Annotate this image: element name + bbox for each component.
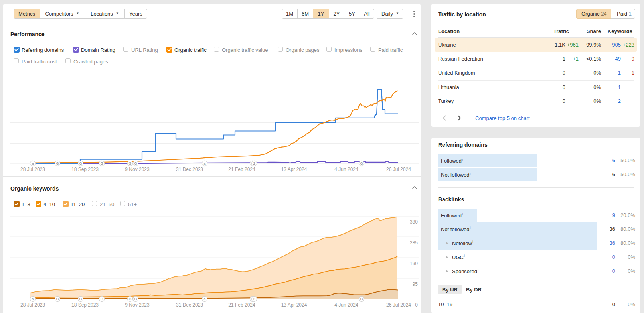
- svg-text:4 Jun 2024: 4 Jun 2024: [334, 167, 358, 172]
- svg-text:21 Feb 2024: 21 Feb 2024: [228, 167, 255, 172]
- svg-text:190: 190: [410, 261, 418, 266]
- svg-text:G: G: [134, 161, 137, 165]
- svg-text:31 Dec 2023: 31 Dec 2023: [176, 302, 203, 308]
- svg-text:18 Sep 2023: 18 Sep 2023: [71, 302, 99, 308]
- svg-text:G: G: [360, 297, 363, 301]
- svg-text:G: G: [128, 161, 131, 165]
- svg-text:28 Jul 2023: 28 Jul 2023: [20, 167, 45, 172]
- svg-text:9 Nov 2023: 9 Nov 2023: [125, 302, 150, 308]
- svg-text:285: 285: [410, 240, 418, 246]
- svg-text:26 Jul 2024: 26 Jul 2024: [386, 167, 411, 172]
- svg-text:G: G: [360, 161, 363, 165]
- svg-text:18 Sep 2023: 18 Sep 2023: [71, 167, 99, 172]
- svg-text:a: a: [203, 297, 205, 301]
- svg-text:2: 2: [253, 297, 255, 301]
- svg-text:13 Apr 2024: 13 Apr 2024: [281, 167, 307, 172]
- svg-text:31 Dec 2023: 31 Dec 2023: [176, 167, 203, 172]
- svg-text:26 Jul 2024: 26 Jul 2024: [386, 302, 411, 308]
- svg-text:G: G: [100, 297, 103, 301]
- svg-text:28 Jul 2023: 28 Jul 2023: [20, 302, 45, 308]
- svg-text:a: a: [32, 161, 34, 165]
- svg-text:21 Feb 2024: 21 Feb 2024: [228, 302, 255, 308]
- svg-text:G: G: [79, 161, 82, 165]
- svg-text:a: a: [32, 297, 34, 301]
- svg-text:0: 0: [415, 302, 418, 308]
- svg-text:G: G: [100, 161, 103, 165]
- svg-text:G: G: [56, 161, 59, 165]
- svg-text:G: G: [79, 297, 82, 301]
- svg-text:2: 2: [253, 161, 255, 165]
- svg-text:380: 380: [410, 219, 418, 225]
- svg-text:9 Nov 2023: 9 Nov 2023: [125, 167, 150, 172]
- svg-text:G: G: [134, 297, 137, 301]
- svg-text:4 Jun 2024: 4 Jun 2024: [334, 302, 358, 308]
- svg-text:G: G: [128, 297, 131, 301]
- svg-text:G: G: [56, 297, 59, 301]
- svg-text:95: 95: [413, 282, 418, 287]
- svg-text:a: a: [203, 161, 205, 165]
- svg-text:13 Apr 2024: 13 Apr 2024: [281, 302, 307, 308]
